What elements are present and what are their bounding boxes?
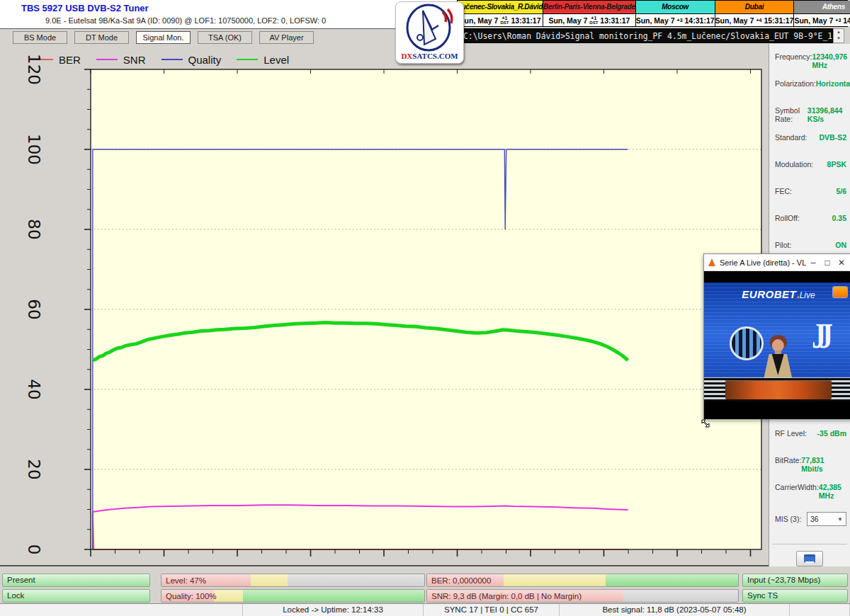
property-label: CarrierWidth: xyxy=(775,483,819,494)
clock-berlin-paris-vienna-belgrade: Berlin-Paris-Vienna-BelgradeSun, May 7+1… xyxy=(543,1,636,26)
legend-label: Quality xyxy=(188,54,222,66)
bar-segment-yellow xyxy=(214,590,243,602)
property-value: -35 dBm xyxy=(817,429,846,440)
broadcaster-logo xyxy=(833,287,847,297)
legend-label: BER xyxy=(59,54,81,66)
tab-dt-mode[interactable]: DT Mode xyxy=(74,31,129,44)
status-row-present: PresentLevel: 47%BER: 0,0000000Input (~2… xyxy=(0,574,850,587)
console-scrollbar[interactable]: ▲▼ xyxy=(833,28,844,43)
capture-icon xyxy=(804,554,815,563)
property-frequency-: Frequency:12340,976 MHz xyxy=(775,52,846,64)
bar-segment-gray xyxy=(623,590,738,602)
maximize-button[interactable]: □ xyxy=(820,258,834,268)
legend-line-quality xyxy=(162,59,183,60)
property-value: 12340,976 MHz xyxy=(812,52,848,64)
property-rf-level-: RF Level:-35 dBm xyxy=(775,429,846,440)
tab-bs-mode[interactable]: BS Mode xyxy=(13,31,67,44)
progressbar-ber: BER: 0,0000000 xyxy=(426,574,739,587)
y-tick-label: 100 xyxy=(23,132,45,166)
property-label: RollOff: xyxy=(775,214,800,225)
status-row-lock: LockQuality: 100%SNR: 9,3 dB (Margin: 0,… xyxy=(0,589,850,603)
clock-athens: AthensSun, May 7+314:31:17 xyxy=(794,1,850,26)
progressbar-snr: SNR: 9,3 dB (Margin: 0,0 dB | No Margin) xyxy=(426,589,739,603)
transponder-subtitle: 9.0E - Eutelsat 9B/Ka-Sat 9A (ID: 0090) … xyxy=(45,16,326,25)
clock-time: Sun, May 7+1DST13:31:17 xyxy=(543,14,635,26)
mis-value: 36 xyxy=(810,515,819,523)
vlc-cone-icon xyxy=(708,258,715,266)
y-tick-label: 80 xyxy=(23,212,45,246)
clock-city-label: Athens xyxy=(794,1,850,14)
property-label: Polarization: xyxy=(775,79,816,91)
console-output: C:\Users\Roman Dávid>Signal monitoring_P… xyxy=(429,28,833,43)
dxsatcs-logo: DXSATCS.COM xyxy=(395,1,464,64)
property-label: Frequency: xyxy=(775,52,812,64)
tab-signal-mon-[interactable]: Signal Mon. xyxy=(136,31,191,44)
letterbox-top xyxy=(704,271,850,283)
badge-input-23-78-mbps-: Input (~23,78 Mbps) xyxy=(742,574,848,587)
clock-lu-enec-slovakia-r-d-vid: Lučenec-Slovakia_R.DávidSun, May 7+1DST1… xyxy=(458,1,543,26)
mis-label: MIS (3): xyxy=(775,515,801,523)
clock-moscow: MoscowSun, May 7+314:31:17 xyxy=(636,1,715,26)
vlc-video-area[interactable]: EUROBET.Live JJ xyxy=(704,271,850,419)
bar-segment-green xyxy=(606,574,738,586)
property-value: 77,831 Mbit/s xyxy=(801,456,846,467)
property-label: Standard: xyxy=(775,133,808,144)
bar-label: Level: 47% xyxy=(166,574,206,587)
status-best-signal: Best signal: 11,8 dB (2023-05-07 05:48) xyxy=(560,604,790,616)
vlc-titlebar[interactable]: Serie A Live (diretta) - VLC ... – □ ✕ xyxy=(704,254,850,271)
property-value: DVB-S2 xyxy=(819,133,846,144)
bar-segment-gray xyxy=(288,574,424,586)
legend-label: SNR xyxy=(123,54,146,66)
clock-time: Sun, May 7+314:31:17 xyxy=(794,14,850,26)
tab-tsa-ok-[interactable]: TSA (OK) xyxy=(198,31,252,44)
legend-line-snr xyxy=(96,59,118,60)
property-value: 31396,844 KS/s xyxy=(808,106,846,118)
property-label: FEC: xyxy=(775,187,792,198)
minimize-button[interactable]: – xyxy=(806,258,820,268)
signal-chart xyxy=(0,44,769,566)
status-locked-uptime: Locked -> Uptime: 12:14:33 xyxy=(243,604,424,616)
property-value: 8PSK xyxy=(827,160,846,171)
y-tick-label: 60 xyxy=(23,292,45,326)
letterbox-bottom xyxy=(704,401,850,419)
chart-legend: BERSNRQualityLevel xyxy=(32,51,305,68)
application-window: TBS 5927 USB DVB-S2 Tuner 9.0E - Eutelsa… xyxy=(0,0,850,616)
property-value: 42,385 MHz xyxy=(819,483,846,494)
close-button[interactable]: ✕ xyxy=(834,258,849,268)
clock-time: Sun, May 7+314:31:17 xyxy=(636,14,715,26)
studio-desk xyxy=(725,381,832,399)
badge-present: Present xyxy=(2,574,150,587)
status-spacer xyxy=(790,604,850,616)
bar-segment-yellow xyxy=(251,574,288,586)
property-value: 5/6 xyxy=(836,187,846,198)
property-label: RF Level: xyxy=(775,429,807,440)
mis-row: MIS (3): 36 ▼ xyxy=(775,511,846,527)
vlc-player-window[interactable]: Serie A Live (diretta) - VLC ... – □ ✕ E… xyxy=(703,253,850,419)
y-tick-label: 40 xyxy=(23,372,45,406)
property-label: BitRate: xyxy=(775,456,801,467)
panel-divider xyxy=(772,544,847,544)
status-spacer xyxy=(0,604,243,616)
mode-tabs: BS ModeDT ModeSignal Mon.TSA (OK)AV Play… xyxy=(0,28,429,44)
badge-lock: Lock xyxy=(2,589,150,603)
app-title: TBS 5927 USB DVB-S2 Tuner xyxy=(21,3,149,13)
property-fec-: FEC:5/6 xyxy=(775,187,846,198)
property-label: Symbol Rate: xyxy=(775,106,808,118)
world-clocks: Lučenec-Slovakia_R.DávidSun, May 7+1DST1… xyxy=(457,0,848,27)
property-pilot-: Pilot:ON xyxy=(775,241,846,252)
capture-button[interactable] xyxy=(796,551,823,566)
property-label: Pilot: xyxy=(775,241,791,252)
property-polarization-: Polarization:Horizontal xyxy=(775,79,846,91)
tv-studio-scene: EUROBET.Live JJ xyxy=(704,283,850,401)
eurobet-logo: EUROBET xyxy=(742,288,796,300)
clock-city-label: Berlin-Paris-Vienna-Belgrade xyxy=(543,1,635,14)
resize-cursor-icon xyxy=(700,418,711,429)
property-symbol-rate-: Symbol Rate:31396,844 KS/s xyxy=(775,106,846,118)
y-tick-label: 20 xyxy=(23,452,45,486)
legend-item-level: Level xyxy=(237,54,289,66)
y-tick-label: 0 xyxy=(23,532,45,566)
tab-av-player[interactable]: AV Player xyxy=(259,31,314,44)
progressbar-quality: Quality: 100% xyxy=(161,589,425,603)
mis-dropdown[interactable]: 36 ▼ xyxy=(807,512,846,526)
clock-city-label: Lučenec-Slovakia_R.Dávid xyxy=(458,1,543,14)
